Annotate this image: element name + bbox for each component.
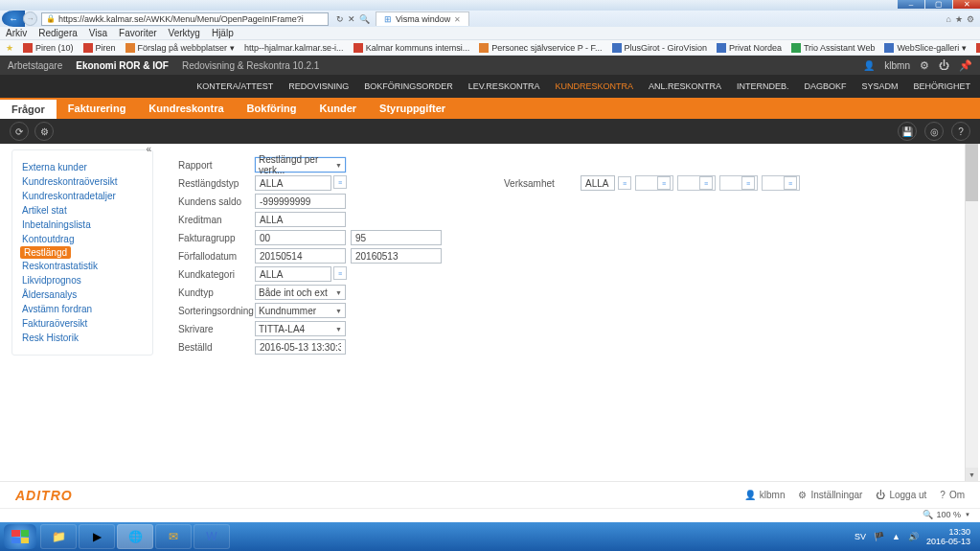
scroll-down-icon[interactable]: ▼	[966, 468, 978, 481]
browser-tab[interactable]: ⊞ Visma window ✕	[376, 11, 469, 26]
sidebar-item-artikel[interactable]: Artikel stat	[12, 203, 152, 218]
sidebar-item-avstamn[interactable]: Avstämn fordran	[12, 302, 152, 316]
input-kundens-saldo[interactable]	[255, 194, 346, 209]
input-verksamhet-5[interactable]: ≡	[762, 175, 800, 191]
list-icon[interactable]: ≡	[333, 266, 347, 280]
fav-webbplatser[interactable]: Förslag på webbplatser ▾	[125, 43, 236, 53]
menu-verktyg[interactable]: Verktyg	[169, 28, 200, 38]
content-scrollbar[interactable]: ▼	[965, 144, 978, 481]
fav-kalmar[interactable]: Kalmar kommuns intemsi...	[353, 43, 470, 53]
menu-arkiv[interactable]: Arkiv	[6, 28, 27, 38]
nav-interndeb[interactable]: INTERNDEB.	[737, 81, 789, 91]
home-icon[interactable]: ⌂	[946, 14, 951, 24]
input-kreditman[interactable]	[255, 212, 346, 227]
sidebar-item-reskhist[interactable]: Resk Historik	[12, 331, 152, 345]
tab-bokforing[interactable]: Bokföring	[236, 98, 308, 119]
menu-redigera[interactable]: Redigera	[38, 28, 78, 38]
select-rapport[interactable]: Restlängd per verk...▼	[255, 157, 346, 172]
stop-icon[interactable]: ✕	[348, 14, 355, 24]
fav-nordea[interactable]: Privat Nordea	[717, 43, 782, 53]
select-kundtyp[interactable]: Både int och ext▼	[255, 285, 346, 300]
address-bar[interactable]: 🔒 https://awkk.kalmar.se/AWKK/Menu/Menu/…	[41, 12, 329, 26]
nav-behorighet[interactable]: BEHÖRIGHET	[913, 81, 970, 91]
tab-styruppgifter[interactable]: Styruppgifter	[368, 98, 457, 119]
fav-piren[interactable]: Piren	[83, 43, 116, 53]
taskbar-ie[interactable]: 🌐	[117, 524, 153, 549]
tool-refresh-icon[interactable]: ⟳	[10, 122, 29, 141]
fav-add-icon[interactable]: ★	[6, 43, 13, 53]
sidebar-item-fakturaov[interactable]: Fakturaöversikt	[12, 316, 152, 331]
footer-user[interactable]: 👤 klbmn	[744, 490, 786, 500]
input-restlangdstyp[interactable]	[255, 175, 331, 191]
list-icon[interactable]: ≡	[741, 176, 755, 190]
favorites-icon[interactable]: ★	[955, 14, 963, 24]
nav-kontera[interactable]: KONTERA/ATTEST	[196, 81, 273, 91]
sidebar-item-restlangd[interactable]: Restlängd	[20, 246, 71, 259]
fav-personec[interactable]: Personec självservice P - F...	[479, 43, 602, 53]
nav-dagbokf[interactable]: DAGBOKF	[804, 81, 846, 91]
start-button[interactable]	[4, 524, 36, 549]
nav-kundreskontra[interactable]: KUNDRESKONTRA	[555, 81, 633, 91]
tool-save-icon[interactable]: 💾	[898, 122, 917, 141]
zoom-dropdown-icon[interactable]: ▼	[965, 512, 970, 517]
input-kundkategori[interactable]	[255, 266, 331, 282]
menu-favoriter[interactable]: Favoriter	[119, 28, 156, 38]
forward-button[interactable]: →	[23, 11, 37, 26]
select-sortering[interactable]: Kundnummer▼	[255, 303, 346, 318]
app-arbetstagare[interactable]: Arbetstagare	[8, 60, 62, 71]
tab-fragor[interactable]: Frågor	[0, 98, 57, 119]
input-verksamhet-1[interactable]	[581, 175, 615, 191]
fav-trio[interactable]: Trio Assistant Web	[791, 43, 876, 53]
footer-about[interactable]: ? Om	[940, 490, 965, 500]
search-icon[interactable]: 🔍	[359, 14, 370, 24]
input-forfallodatum-to[interactable]	[351, 248, 442, 264]
input-verksamhet-3[interactable]: ≡	[677, 175, 716, 191]
tool-help-icon[interactable]: ?	[951, 122, 970, 141]
pin-icon[interactable]: 📌	[959, 59, 972, 72]
sidebar-item-oversikt[interactable]: Kundreskontraöversikt	[12, 174, 152, 189]
footer-settings[interactable]: ⚙ Inställningar	[798, 490, 862, 500]
zoom-icon[interactable]: 🔍	[923, 510, 933, 519]
nav-bokforingsorder[interactable]: BOKFÖRINGSORDER	[364, 81, 453, 91]
tray-up-icon[interactable]: ▲	[892, 532, 900, 541]
window-maximize[interactable]: ▢	[925, 0, 952, 9]
input-verksamhet-2[interactable]: ≡	[635, 175, 673, 191]
list-icon[interactable]: ≡	[618, 176, 631, 190]
list-icon[interactable]: ≡	[333, 175, 347, 189]
window-minimize[interactable]: –	[898, 0, 924, 9]
nav-redovisning[interactable]: REDOVISNING	[288, 81, 349, 91]
fav-piren10[interactable]: Piren (10)	[23, 43, 74, 53]
tools-icon[interactable]: ⚙	[967, 14, 974, 24]
taskbar-outlook[interactable]: ✉	[155, 524, 192, 549]
footer-logout[interactable]: ⏻ Logga ut	[876, 490, 926, 500]
window-close[interactable]: ✕	[953, 0, 980, 9]
tool-target-icon[interactable]: ◎	[924, 122, 944, 141]
app-ekonomi[interactable]: Ekonomi ROR & IOF	[76, 60, 169, 71]
sidebar-item-statistik[interactable]: Reskontrastatistik	[12, 259, 152, 273]
input-fakturagrupp-to[interactable]	[351, 230, 442, 245]
select-skrivare[interactable]: TITTA-LA4▼	[255, 321, 346, 336]
tray-clock[interactable]: 13:30 2016-05-13	[926, 527, 970, 546]
list-icon[interactable]: ≡	[784, 176, 797, 190]
menu-visa[interactable]: Visa	[89, 28, 107, 38]
sidebar-item-detaljer[interactable]: Kundreskontradetaljer	[12, 189, 152, 203]
sidebar-item-alders[interactable]: Åldersanalys	[12, 287, 152, 302]
tab-close-icon[interactable]: ✕	[454, 15, 461, 24]
input-verksamhet-4[interactable]: ≡	[719, 175, 758, 191]
tab-kundreskontra[interactable]: Kundreskontra	[137, 98, 235, 119]
refresh-icon[interactable]: ↻	[336, 14, 344, 24]
fav-visma[interactable]: VISMA	[976, 43, 980, 53]
collapse-sidebar-icon[interactable]: «	[146, 144, 151, 154]
fav-hjalmar[interactable]: http--hjalmar.kalmar.se-i...	[244, 43, 344, 53]
menu-hjalp[interactable]: Hjälp	[212, 28, 234, 38]
tool-gear-icon[interactable]: ⚙	[34, 122, 54, 141]
sidebar-item-inbetalning[interactable]: Inbetalningslista	[12, 218, 152, 232]
scroll-thumb[interactable]	[966, 144, 978, 201]
input-forfallodatum-from[interactable]	[255, 248, 346, 264]
list-icon[interactable]: ≡	[657, 176, 671, 190]
tab-fakturering[interactable]: Fakturering	[57, 98, 138, 119]
tray-lang[interactable]: SV	[855, 532, 866, 541]
tray-flag-icon[interactable]: 🏴	[874, 532, 884, 541]
fav-plusgirot[interactable]: PlusGirot - GiroVision	[612, 43, 707, 53]
back-button[interactable]: ←	[2, 11, 25, 27]
